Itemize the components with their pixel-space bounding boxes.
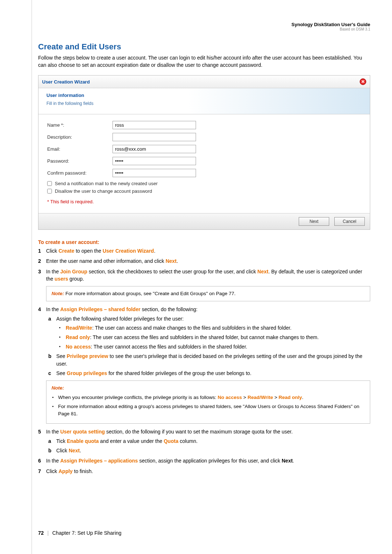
note-label: Note: xyxy=(52,384,365,392)
password-label: Password: xyxy=(47,158,113,164)
page-header: Synology DiskStation User's Guide Based … xyxy=(38,22,370,31)
notify-checkbox[interactable] xyxy=(47,181,52,186)
step-4: In the Assign Privileges – shared folder… xyxy=(38,306,370,424)
description-input[interactable] xyxy=(113,133,196,141)
priv-no-access: No access: The user cannot access the fi… xyxy=(58,343,370,350)
step-7: Click Apply to finish. xyxy=(38,468,370,475)
step-4b: See Privilege preview to see the user's … xyxy=(48,353,370,367)
step-5b: Click Next. xyxy=(48,447,370,454)
wizard-header: User information Fill in the following f… xyxy=(38,88,370,114)
note-priority: When you encounter privilege conflicts, … xyxy=(52,394,365,401)
step-4c: See Group privileges for the shared fold… xyxy=(48,370,370,377)
wizard-title: User Creation Wizard xyxy=(42,79,90,85)
confirm-password-label: Confirm password: xyxy=(47,170,113,176)
email-input[interactable] xyxy=(113,145,196,153)
note-box-groups: Note: For more information about groups,… xyxy=(46,286,370,301)
guide-title: Synology DiskStation User's Guide xyxy=(38,22,370,27)
name-input[interactable] xyxy=(113,121,196,129)
required-field-note: * This field is required. xyxy=(47,199,361,204)
instructions-heading: To create a user account: xyxy=(38,239,370,245)
step-4a: Assign the following shared folder privi… xyxy=(48,315,370,350)
description-label: Description: xyxy=(47,134,113,140)
confirm-password-input[interactable] xyxy=(113,169,196,177)
chapter-label: Chapter 7: Set Up File Sharing xyxy=(52,530,122,536)
note-text: For more information about groups, see "… xyxy=(64,291,236,296)
email-label: Email: xyxy=(47,146,113,152)
page-footer: 72 | Chapter 7: Set Up File Sharing xyxy=(38,530,122,536)
step-5: In the User quota setting section, do th… xyxy=(38,428,370,455)
step-1: Click Create to open the User Creation W… xyxy=(38,247,370,254)
wizard-footer: Next Cancel xyxy=(38,213,370,229)
note-box-privileges: Note: When you encounter privilege confl… xyxy=(46,380,370,423)
page-number: 72 xyxy=(38,530,44,536)
step-6: In the Assign Privileges – applications … xyxy=(38,457,370,464)
section-intro: Follow the steps below to create a user … xyxy=(38,54,370,69)
note-label: Note: xyxy=(52,291,64,296)
password-input[interactable] xyxy=(113,157,196,165)
priv-read-only: Read only: The user can access the files… xyxy=(58,334,370,341)
section-heading: Create and Edit Users xyxy=(38,42,370,52)
cancel-button[interactable]: Cancel xyxy=(334,217,365,226)
note-more-info: For more information about editing a gro… xyxy=(52,403,365,417)
wizard-section-title: User information xyxy=(46,93,362,98)
disallow-checkbox[interactable] xyxy=(47,189,52,194)
notify-label: Send a notification mail to the newly cr… xyxy=(55,181,158,186)
wizard-section-sub: Fill in the following fields xyxy=(46,101,362,106)
next-button[interactable]: Next xyxy=(299,217,329,226)
disallow-label: Disallow the user to change account pass… xyxy=(55,188,152,194)
step-3: In the Join Group section, tick the chec… xyxy=(38,268,370,301)
user-creation-wizard: User Creation Wizard ✕ User information … xyxy=(38,75,370,230)
step-2: Enter the user name and other informatio… xyxy=(38,257,370,265)
steps-list: Click Create to open the User Creation W… xyxy=(38,247,370,475)
priv-read-write: Read/Write: The user can access and make… xyxy=(58,324,370,331)
close-icon[interactable]: ✕ xyxy=(360,78,366,85)
wizard-body: Name *: Description: Email: Password: Co… xyxy=(38,114,370,213)
wizard-titlebar: User Creation Wizard ✕ xyxy=(38,76,370,88)
step-5a: Tick Enable quota and enter a value unde… xyxy=(48,437,370,445)
guide-subtitle: Based on DSM 3.1 xyxy=(38,27,370,31)
footer-separator: | xyxy=(47,530,49,536)
name-label: Name *: xyxy=(47,122,113,128)
